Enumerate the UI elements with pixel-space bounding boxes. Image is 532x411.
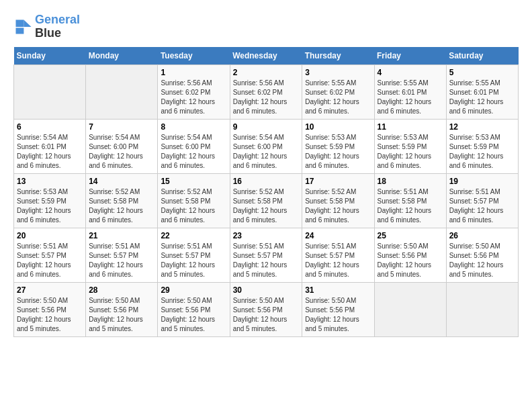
day-number: 14 <box>89 177 154 186</box>
day-header-tuesday: Tuesday <box>158 47 230 65</box>
day-info: Sunrise: 5:52 AMSunset: 5:58 PMDaylight:… <box>233 187 300 225</box>
calendar-cell: 28 Sunrise: 5:50 AMSunset: 5:56 PMDaylig… <box>86 282 158 336</box>
calendar-cell: 17 Sunrise: 5:52 AMSunset: 5:58 PMDaylig… <box>302 173 374 228</box>
day-header-wednesday: Wednesday <box>230 47 302 65</box>
calendar-cell: 2 Sunrise: 5:56 AMSunset: 6:02 PMDayligh… <box>230 64 302 119</box>
day-number: 9 <box>233 122 300 132</box>
day-number: 17 <box>305 177 371 186</box>
day-info: Sunrise: 5:52 AMSunset: 5:58 PMDaylight:… <box>89 187 154 225</box>
day-info: Sunrise: 5:54 AMSunset: 6:01 PMDaylight:… <box>17 133 83 171</box>
calendar-cell: 16 Sunrise: 5:52 AMSunset: 5:58 PMDaylig… <box>230 173 302 228</box>
day-number: 1 <box>161 68 226 77</box>
calendar-cell: 12 Sunrise: 5:53 AMSunset: 5:59 PMDaylig… <box>446 119 518 173</box>
svg-rect-2 <box>16 28 24 34</box>
day-info: Sunrise: 5:53 AMSunset: 5:59 PMDaylight:… <box>449 133 515 171</box>
day-number: 5 <box>449 68 515 77</box>
day-info: Sunrise: 5:55 AMSunset: 6:02 PMDaylight:… <box>305 79 371 116</box>
calendar-cell: 1 Sunrise: 5:56 AMSunset: 6:02 PMDayligh… <box>158 64 230 119</box>
calendar-cell: 19 Sunrise: 5:51 AMSunset: 5:57 PMDaylig… <box>446 173 518 228</box>
day-info: Sunrise: 5:51 AMSunset: 5:58 PMDaylight:… <box>378 187 443 225</box>
calendar-cell: 9 Sunrise: 5:54 AMSunset: 6:00 PMDayligh… <box>230 119 302 173</box>
calendar-cell: 23 Sunrise: 5:51 AMSunset: 5:57 PMDaylig… <box>230 228 302 282</box>
calendar-header: SundayMondayTuesdayWednesdayThursdayFrid… <box>14 47 519 65</box>
day-number: 16 <box>233 177 300 186</box>
day-info: Sunrise: 5:50 AMSunset: 5:56 PMDaylight:… <box>17 296 83 334</box>
calendar-cell: 18 Sunrise: 5:51 AMSunset: 5:58 PMDaylig… <box>374 173 446 228</box>
day-number: 10 <box>305 122 371 132</box>
day-number: 30 <box>233 285 300 295</box>
day-number: 29 <box>161 285 226 295</box>
day-header-friday: Friday <box>374 47 446 65</box>
calendar-week-1: 1 Sunrise: 5:56 AMSunset: 6:02 PMDayligh… <box>14 64 519 119</box>
calendar-cell: 26 Sunrise: 5:50 AMSunset: 5:56 PMDaylig… <box>446 228 518 282</box>
day-number: 18 <box>378 177 443 186</box>
calendar-cell: 21 Sunrise: 5:51 AMSunset: 5:57 PMDaylig… <box>86 228 158 282</box>
day-number: 24 <box>305 231 371 240</box>
calendar-cell: 30 Sunrise: 5:50 AMSunset: 5:56 PMDaylig… <box>230 282 302 336</box>
day-number: 8 <box>161 122 226 132</box>
day-header-sunday: Sunday <box>14 47 86 65</box>
calendar-cell: 22 Sunrise: 5:51 AMSunset: 5:57 PMDaylig… <box>158 228 230 282</box>
calendar-cell: 11 Sunrise: 5:53 AMSunset: 5:59 PMDaylig… <box>374 119 446 173</box>
day-number: 28 <box>89 285 154 295</box>
day-number: 11 <box>378 122 443 132</box>
day-info: Sunrise: 5:55 AMSunset: 6:01 PMDaylight:… <box>378 79 443 116</box>
calendar-cell: 31 Sunrise: 5:50 AMSunset: 5:56 PMDaylig… <box>302 282 374 336</box>
day-info: Sunrise: 5:54 AMSunset: 6:00 PMDaylight:… <box>161 133 226 171</box>
calendar-cell: 7 Sunrise: 5:54 AMSunset: 6:00 PMDayligh… <box>86 119 158 173</box>
day-info: Sunrise: 5:53 AMSunset: 5:59 PMDaylight:… <box>17 187 83 225</box>
day-info: Sunrise: 5:50 AMSunset: 5:56 PMDaylight:… <box>305 296 371 334</box>
svg-marker-0 <box>24 19 31 27</box>
calendar-cell <box>446 282 518 336</box>
day-info: Sunrise: 5:50 AMSunset: 5:56 PMDaylight:… <box>89 296 154 334</box>
calendar-cell: 25 Sunrise: 5:50 AMSunset: 5:56 PMDaylig… <box>374 228 446 282</box>
calendar-cell: 3 Sunrise: 5:55 AMSunset: 6:02 PMDayligh… <box>302 64 374 119</box>
day-info: Sunrise: 5:52 AMSunset: 5:58 PMDaylight:… <box>305 187 371 225</box>
day-number: 3 <box>305 68 371 77</box>
calendar-week-2: 6 Sunrise: 5:54 AMSunset: 6:01 PMDayligh… <box>14 119 519 173</box>
day-header-monday: Monday <box>86 47 158 65</box>
day-info: Sunrise: 5:54 AMSunset: 6:00 PMDaylight:… <box>233 133 300 171</box>
day-info: Sunrise: 5:51 AMSunset: 5:57 PMDaylight:… <box>161 242 226 279</box>
day-number: 26 <box>449 231 515 240</box>
day-number: 4 <box>378 68 443 77</box>
day-info: Sunrise: 5:53 AMSunset: 5:59 PMDaylight:… <box>378 133 443 171</box>
calendar-cell: 4 Sunrise: 5:55 AMSunset: 6:01 PMDayligh… <box>374 64 446 119</box>
calendar-cell <box>86 64 158 119</box>
day-number: 2 <box>233 68 300 77</box>
day-number: 23 <box>233 231 300 240</box>
calendar-cell: 29 Sunrise: 5:50 AMSunset: 5:56 PMDaylig… <box>158 282 230 336</box>
day-number: 31 <box>305 285 371 295</box>
page-header: General Blue <box>13 13 519 40</box>
day-number: 15 <box>161 177 226 186</box>
day-number: 19 <box>449 177 515 186</box>
calendar-week-3: 13 Sunrise: 5:53 AMSunset: 5:59 PMDaylig… <box>14 173 519 228</box>
calendar-table: SundayMondayTuesdayWednesdayThursdayFrid… <box>13 47 519 337</box>
calendar-cell: 8 Sunrise: 5:54 AMSunset: 6:00 PMDayligh… <box>158 119 230 173</box>
calendar-cell: 27 Sunrise: 5:50 AMSunset: 5:56 PMDaylig… <box>14 282 86 336</box>
day-header-saturday: Saturday <box>446 47 518 65</box>
day-info: Sunrise: 5:51 AMSunset: 5:57 PMDaylight:… <box>449 187 515 225</box>
calendar-cell <box>14 64 86 119</box>
day-number: 25 <box>378 231 443 240</box>
day-info: Sunrise: 5:56 AMSunset: 6:02 PMDaylight:… <box>161 79 226 116</box>
calendar-week-5: 27 Sunrise: 5:50 AMSunset: 5:56 PMDaylig… <box>14 282 519 336</box>
logo-text: General Blue <box>35 13 80 40</box>
day-number: 21 <box>89 231 154 240</box>
day-number: 22 <box>161 231 226 240</box>
calendar-cell: 6 Sunrise: 5:54 AMSunset: 6:01 PMDayligh… <box>14 119 86 173</box>
calendar-cell: 10 Sunrise: 5:53 AMSunset: 5:59 PMDaylig… <box>302 119 374 173</box>
day-number: 12 <box>449 122 515 132</box>
calendar-cell <box>374 282 446 336</box>
day-header-thursday: Thursday <box>302 47 374 65</box>
day-info: Sunrise: 5:53 AMSunset: 5:59 PMDaylight:… <box>305 133 371 171</box>
calendar-cell: 15 Sunrise: 5:52 AMSunset: 5:58 PMDaylig… <box>158 173 230 228</box>
day-info: Sunrise: 5:50 AMSunset: 5:56 PMDaylight:… <box>449 242 515 279</box>
calendar-cell: 20 Sunrise: 5:51 AMSunset: 5:57 PMDaylig… <box>14 228 86 282</box>
day-number: 7 <box>89 122 154 132</box>
day-info: Sunrise: 5:50 AMSunset: 5:56 PMDaylight:… <box>161 296 226 334</box>
svg-rect-1 <box>16 19 24 27</box>
calendar-cell: 14 Sunrise: 5:52 AMSunset: 5:58 PMDaylig… <box>86 173 158 228</box>
logo-icon <box>13 17 32 36</box>
day-info: Sunrise: 5:54 AMSunset: 6:00 PMDaylight:… <box>89 133 154 171</box>
